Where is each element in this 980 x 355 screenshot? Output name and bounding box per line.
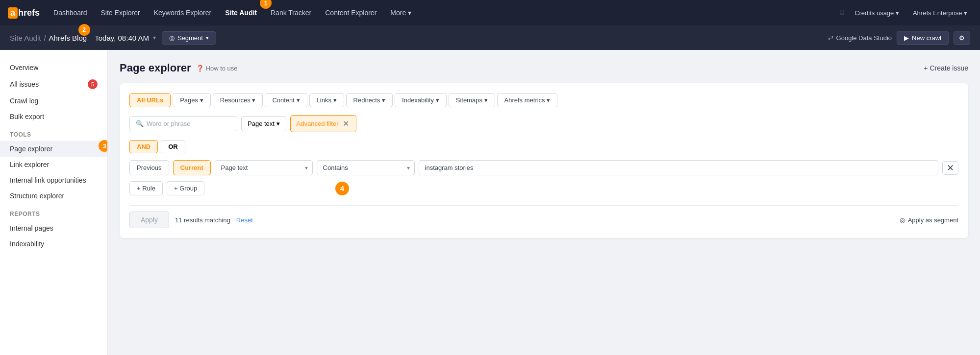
nav-keywords-explorer[interactable]: Keywords Explorer <box>148 6 218 20</box>
breadcrumb-separator: / <box>44 34 46 42</box>
tab-links[interactable]: Links ▾ <box>309 93 344 107</box>
nav-right-section: 🖥 Credits usage ▾ Ahrefs Enterprise ▾ <box>838 7 972 19</box>
segment-icon-small: ◎ <box>900 216 905 224</box>
remove-filter-button[interactable]: ✕ <box>942 161 958 175</box>
add-rule-button[interactable]: + Rule <box>129 181 163 195</box>
new-crawl-button[interactable]: ▶ New crawl <box>897 31 949 45</box>
tab-indexability[interactable]: Indexability ▾ <box>395 93 447 107</box>
page-text-button[interactable]: Page text ▾ <box>241 116 286 131</box>
sidebar-item-internal-pages[interactable]: Internal pages <box>0 220 107 236</box>
page-title: Page explorer <box>120 62 191 74</box>
reports-section-label: Reports <box>0 204 107 220</box>
step2-badge: 2 <box>78 24 90 36</box>
segment-button[interactable]: ◎ Segment ▾ <box>162 31 216 45</box>
contains-select[interactable]: Contains Does not contain Equals Does no… <box>317 160 415 175</box>
sidebar-item-overview[interactable]: Overview <box>0 60 107 75</box>
sub-header: Site Audit / Ahrefs Blog 2 Today, 08:40 … <box>0 25 980 50</box>
step3-badge: 3 <box>99 140 108 152</box>
tab-content[interactable]: Content ▾ <box>265 93 307 107</box>
logo-a: a <box>8 7 18 19</box>
search-placeholder: Word or phrase <box>147 120 190 127</box>
add-row: + Rule + Group 4 <box>129 181 958 195</box>
sidebar-item-structure-explorer[interactable]: Structure explorer <box>0 188 107 204</box>
page-text-select[interactable]: Page text URL Title Meta description H1 <box>215 160 313 175</box>
nav-site-explorer[interactable]: Site Explorer <box>95 6 146 20</box>
nav-content-explorer[interactable]: Content Explorer <box>319 6 382 20</box>
tab-all-urls[interactable]: All URLs <box>129 93 171 107</box>
segment-icon: ◎ <box>169 34 175 42</box>
tab-redirects[interactable]: Redirects ▾ <box>346 93 393 107</box>
gds-icon: ⇄ <box>828 34 833 42</box>
search-row: 🔍 Word or phrase Page text ▾ Advanced fi… <box>129 115 958 132</box>
tab-sitemaps[interactable]: Sitemaps ▾ <box>449 93 495 107</box>
main-content: Page explorer ❓ How to use + Create issu… <box>108 50 980 355</box>
sidebar-item-internal-link[interactable]: Internal link opportunities <box>0 172 107 188</box>
current-button[interactable]: Current <box>173 160 211 175</box>
account-button[interactable]: Ahrefs Enterprise ▾ <box>908 7 972 19</box>
tab-pages[interactable]: Pages ▾ <box>173 93 210 107</box>
filter-panel: All URLs Pages ▾ Resources ▾ Content ▾ L… <box>120 83 968 238</box>
tab-ahrefs-metrics[interactable]: Ahrefs metrics ▾ <box>497 93 558 107</box>
sidebar-item-page-explorer[interactable]: Page explorer 3 <box>0 141 107 157</box>
results-text: 11 results matching <box>175 216 230 224</box>
segment-chevron: ▾ <box>206 35 209 41</box>
search-icon: 🔍 <box>136 120 144 127</box>
sidebar-item-link-explorer[interactable]: Link explorer <box>0 157 107 172</box>
tools-section-label: Tools <box>0 124 107 141</box>
step4-badge: 4 <box>335 182 349 195</box>
search-box[interactable]: 🔍 Word or phrase <box>129 116 237 131</box>
apply-segment-button[interactable]: ◎ Apply as segment <box>900 216 958 224</box>
bottom-row: Apply 11 results matching Reset ◎ Apply … <box>129 205 958 228</box>
help-icon: ❓ <box>196 65 204 72</box>
nav-site-audit[interactable]: Site Audit 1 <box>219 6 263 20</box>
monitor-icon: 🖥 <box>838 8 846 17</box>
crawl-time[interactable]: Today, 08:40 AM <box>95 34 149 42</box>
play-icon: ▶ <box>904 34 909 42</box>
reset-link[interactable]: Reset <box>236 216 253 224</box>
breadcrumb-root[interactable]: Site Audit <box>10 34 41 42</box>
page-text-select-wrap: Page text URL Title Meta description H1 … <box>215 160 313 175</box>
tab-bar: All URLs Pages ▾ Resources ▾ Content ▾ L… <box>129 93 958 107</box>
nav-rank-tracker[interactable]: Rank Tracker <box>265 6 317 20</box>
sidebar-item-all-issues[interactable]: All issues 5 <box>0 75 107 93</box>
how-to-use-link[interactable]: ❓ How to use <box>196 65 238 72</box>
or-button[interactable]: OR <box>161 140 185 153</box>
breadcrumb-current: Ahrefs Blog 2 <box>49 34 87 42</box>
page-title-row: Page explorer ❓ How to use <box>120 62 238 74</box>
filter-row: Previous Current Page text URL Title Met… <box>129 160 958 175</box>
advanced-filter-close[interactable]: ✕ <box>342 119 350 128</box>
create-issue-button[interactable]: + Create issue <box>924 64 968 72</box>
nav-dashboard[interactable]: Dashboard <box>48 6 93 20</box>
page-header: Page explorer ❓ How to use + Create issu… <box>120 62 968 74</box>
previous-button[interactable]: Previous <box>129 160 169 175</box>
logo-text: hrefs <box>18 8 40 18</box>
sub-header-right: ⇄ Google Data Studio ▶ New crawl ⚙ <box>828 31 970 45</box>
nav-more[interactable]: More ▾ <box>384 6 417 20</box>
sidebar-item-crawl-log[interactable]: Crawl log <box>0 93 107 109</box>
and-or-row: AND OR <box>129 140 958 153</box>
add-group-button[interactable]: + Group <box>167 181 204 195</box>
top-navigation: ahrefs Dashboard Site Explorer Keywords … <box>0 0 980 25</box>
sidebar: Overview All issues 5 Crawl log Bulk exp… <box>0 50 108 355</box>
sidebar-item-indexability[interactable]: Indexability <box>0 236 107 252</box>
sidebar-item-bulk-export[interactable]: Bulk export <box>0 109 107 124</box>
contains-select-wrap: Contains Does not contain Equals Does no… <box>317 160 415 175</box>
logo[interactable]: ahrefs <box>8 7 40 19</box>
filter-value-input[interactable] <box>419 160 938 175</box>
all-issues-badge: 5 <box>88 79 98 89</box>
google-data-studio-button[interactable]: ⇄ Google Data Studio <box>828 34 892 42</box>
breadcrumb: Site Audit / Ahrefs Blog 2 Today, 08:40 … <box>10 34 156 42</box>
main-layout: Overview All issues 5 Crawl log Bulk exp… <box>0 50 980 355</box>
settings-button[interactable]: ⚙ <box>954 31 970 45</box>
gear-icon: ⚙ <box>959 34 965 42</box>
apply-button[interactable]: Apply <box>129 212 169 228</box>
tab-resources[interactable]: Resources ▾ <box>213 93 263 107</box>
advanced-filter-button[interactable]: Advanced filter ✕ <box>290 115 356 132</box>
credits-usage-button[interactable]: Credits usage ▾ <box>850 7 904 19</box>
crawl-dropdown-arrow: ▾ <box>153 34 156 41</box>
and-button[interactable]: AND <box>129 140 158 153</box>
